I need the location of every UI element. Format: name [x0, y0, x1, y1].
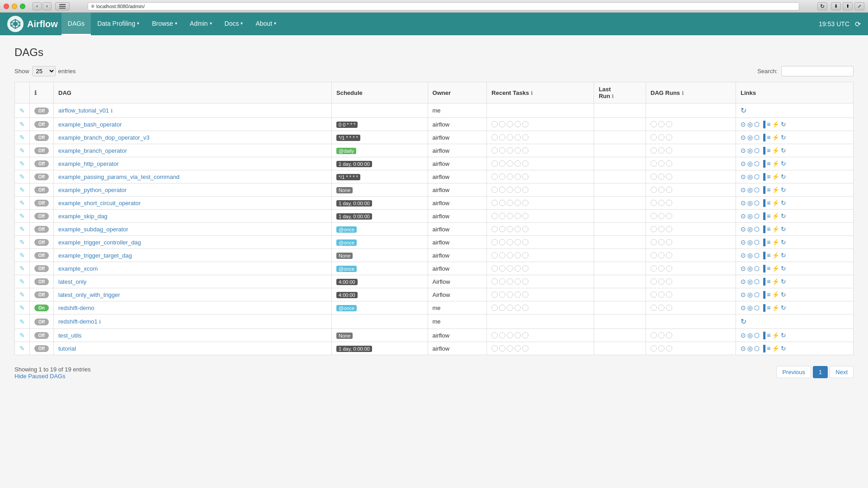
gantt-icon[interactable]: ≡ [767, 239, 770, 246]
chart-icon[interactable]: ◎ [747, 291, 753, 298]
code-icon[interactable]: ⚡ [772, 252, 779, 259]
code-icon[interactable]: ⚡ [772, 173, 779, 180]
edit-icon[interactable]: ✎ [19, 199, 25, 206]
edit-icon[interactable]: ✎ [19, 265, 25, 272]
page-1-button[interactable]: 1 [813, 366, 828, 378]
dag-link[interactable]: example_branch_dop_operator_v3 [58, 134, 150, 141]
refresh-icon[interactable]: ↻ [781, 199, 786, 206]
clock-icon[interactable]: ⊙ [741, 134, 746, 141]
refresh-icon[interactable]: ⟳ [855, 20, 861, 28]
refresh-icon[interactable]: ↻ [781, 134, 786, 141]
refresh-icon[interactable]: ↻ [781, 160, 786, 167]
url-bar[interactable]: ⊕ localhost:8080/admin/ [88, 2, 799, 10]
clock-icon[interactable]: ⊙ [741, 278, 746, 285]
dag-icon[interactable]: ⬡ [754, 160, 760, 167]
chart-icon[interactable]: ◎ [747, 160, 753, 167]
code-icon[interactable]: ⚡ [772, 134, 779, 141]
bar-chart-icon[interactable]: ▐ [761, 186, 765, 193]
entries-select[interactable]: 25 10 50 100 [32, 66, 56, 76]
chart-icon[interactable]: ◎ [747, 345, 753, 352]
clock-icon[interactable]: ⊙ [741, 265, 746, 272]
clock-icon[interactable]: ⊙ [741, 160, 746, 167]
chart-icon[interactable]: ◎ [747, 332, 753, 339]
toggle-off[interactable]: Off [34, 134, 49, 141]
nav-item-dags[interactable]: DAGs [61, 13, 91, 35]
toggle-off[interactable]: Off [34, 319, 49, 325]
dag-link[interactable]: example_short_circuit_operator [58, 200, 141, 206]
refresh-icon[interactable]: ↻ [781, 173, 786, 180]
gantt-icon[interactable]: ≡ [767, 252, 770, 259]
chart-icon[interactable]: ◎ [747, 304, 753, 311]
gantt-icon[interactable]: ≡ [767, 186, 770, 193]
toggle-off[interactable]: Off [34, 239, 49, 246]
share-button[interactable]: ⬆ [843, 2, 853, 10]
code-icon[interactable]: ⚡ [772, 199, 779, 206]
toggle-off[interactable]: Off [34, 332, 49, 339]
toggle-off[interactable]: Off [34, 187, 49, 193]
refresh-icon[interactable]: ↻ [781, 304, 786, 311]
nav-item-browse[interactable]: Browse ▾ [146, 13, 184, 35]
code-icon[interactable]: ⚡ [772, 186, 779, 193]
dag-link[interactable]: tutorial [58, 345, 76, 352]
dag-icon[interactable]: ⬡ [754, 345, 760, 352]
dag-link[interactable]: example_trigger_controller_dag [58, 239, 141, 246]
last-run-info-icon[interactable]: ℹ [612, 94, 613, 99]
toggle-off[interactable]: Off [34, 174, 49, 180]
dag-link[interactable]: latest_only [58, 278, 86, 285]
clock-icon[interactable]: ⊙ [741, 186, 746, 193]
code-icon[interactable]: ⚡ [772, 304, 779, 311]
edit-icon[interactable]: ✎ [19, 134, 25, 141]
code-icon[interactable]: ⚡ [772, 332, 779, 339]
clock-icon[interactable]: ⊙ [741, 345, 746, 352]
chart-icon[interactable]: ◎ [747, 147, 753, 154]
dag-icon[interactable]: ⬡ [754, 239, 760, 246]
dag-link[interactable]: example_xcom [58, 265, 98, 272]
toggle-off[interactable]: Off [34, 278, 49, 285]
clock-icon[interactable]: ⊙ [741, 291, 746, 298]
reload-button[interactable]: ↻ [817, 2, 827, 10]
toggle-off[interactable]: Off [34, 226, 49, 233]
dag-link[interactable]: example_bash_operator [58, 121, 122, 128]
bar-chart-icon[interactable]: ▐ [761, 121, 765, 128]
previous-button[interactable]: Previous [776, 366, 811, 378]
edit-icon[interactable]: ✎ [19, 121, 25, 128]
dag-link[interactable]: example_passing_params_via_test_command [58, 174, 179, 180]
dag-icon[interactable]: ⬡ [754, 278, 760, 285]
toggle-off[interactable]: Off [34, 291, 49, 298]
clock-icon[interactable]: ⊙ [741, 147, 746, 154]
chart-icon[interactable]: ◎ [747, 212, 753, 220]
toggle-off[interactable]: Off [34, 108, 49, 114]
edit-icon[interactable]: ✎ [19, 332, 25, 339]
gantt-icon[interactable]: ≡ [767, 291, 770, 298]
toggle-off[interactable]: Off [34, 345, 49, 352]
dag-link[interactable]: airflow_tutorial_v01 [58, 107, 109, 114]
next-button[interactable]: Next [830, 366, 854, 378]
code-icon[interactable]: ⚡ [772, 225, 779, 233]
back-button[interactable]: ‹ [33, 2, 42, 10]
dag-info-icon[interactable]: ℹ [111, 108, 113, 113]
bar-chart-icon[interactable]: ▐ [761, 291, 765, 298]
gantt-icon[interactable]: ≡ [767, 147, 770, 154]
dag-link[interactable]: example_http_operator [58, 160, 119, 167]
dag-link[interactable]: example_branch_operator [58, 147, 127, 154]
bar-chart-icon[interactable]: ▐ [761, 345, 765, 352]
refresh-icon[interactable]: ↻ [781, 212, 786, 220]
edit-icon[interactable]: ✎ [19, 186, 25, 193]
code-icon[interactable]: ⚡ [772, 160, 779, 167]
bar-chart-icon[interactable]: ▐ [761, 278, 765, 285]
recent-tasks-info-icon[interactable]: ℹ [531, 90, 533, 96]
edit-icon[interactable]: ✎ [19, 225, 25, 233]
bar-chart-icon[interactable]: ▐ [761, 160, 765, 167]
bar-chart-icon[interactable]: ▐ [761, 304, 765, 311]
gantt-icon[interactable]: ≡ [767, 121, 770, 128]
refresh-icon[interactable]: ↻ [781, 265, 786, 272]
chart-icon[interactable]: ◎ [747, 199, 753, 206]
refresh-icon[interactable]: ↻ [781, 121, 786, 128]
code-icon[interactable]: ⚡ [772, 121, 779, 128]
chart-icon[interactable]: ◎ [747, 265, 753, 272]
edit-icon[interactable]: ✎ [19, 304, 25, 311]
navbar-brand[interactable]: Airflow [7, 16, 58, 32]
dag-link[interactable]: redshift-demo1 [58, 318, 98, 325]
gantt-icon[interactable]: ≡ [767, 212, 770, 220]
bar-chart-icon[interactable]: ▐ [761, 134, 765, 141]
